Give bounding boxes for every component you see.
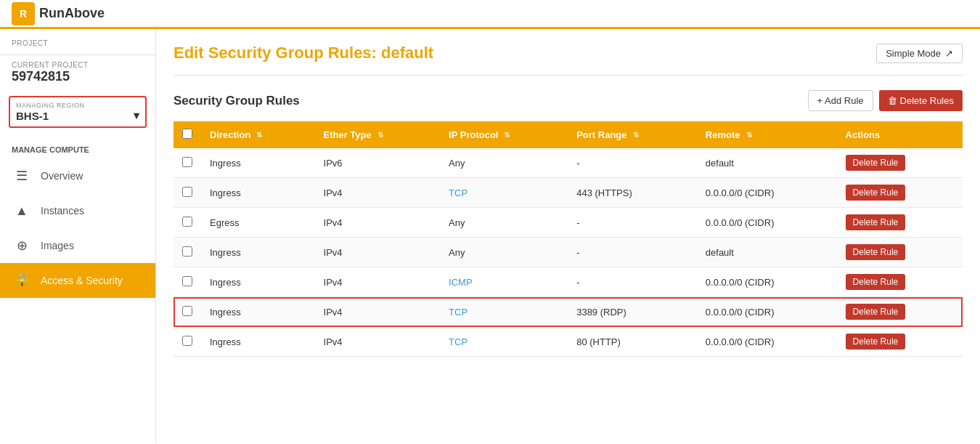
- delete-rule-button-2[interactable]: Delete Rule: [846, 214, 906, 230]
- cell-port-range: -: [568, 148, 697, 178]
- simple-mode-label: Simple Mode: [886, 48, 941, 59]
- trash-icon: 🗑: [888, 95, 897, 106]
- page-title: Edit Security Group Rules: default: [173, 44, 433, 62]
- table-row: IngressIPv6Any-defaultDelete Rule: [173, 148, 963, 178]
- cell-remote: 0.0.0.0/0 (CIDR): [697, 208, 837, 238]
- cell-ip-protocol[interactable]: ICMP: [440, 267, 568, 297]
- table-row: IngressIPv4TCP3389 (RDP)0.0.0.0/0 (CIDR)…: [173, 297, 963, 327]
- security-rules-table: Direction ⇅ Ether Type ⇅ IP Protocol: [173, 121, 963, 357]
- sidebar-item-access-security[interactable]: 🔒 Access & Security: [0, 263, 155, 298]
- region-select[interactable]: BHS-1 ▾: [16, 109, 139, 122]
- cell-direction: Egress: [201, 208, 315, 238]
- delete-rules-button[interactable]: 🗑 Delete Rules: [879, 90, 963, 111]
- cell-ip-protocol: Any: [440, 238, 568, 267]
- col-ip-protocol[interactable]: IP Protocol ⇅: [440, 121, 568, 148]
- protocol-link[interactable]: TCP: [449, 187, 467, 198]
- cell-direction: Ingress: [201, 178, 315, 208]
- select-all-header: [173, 121, 201, 148]
- cell-ip-protocol[interactable]: TCP: [440, 327, 568, 357]
- action-buttons: + Add Rule 🗑 Delete Rules: [808, 90, 963, 111]
- cell-ip-protocol[interactable]: TCP: [440, 297, 568, 327]
- protocol-link[interactable]: TCP: [449, 307, 467, 318]
- port-range-sort-icon: ⇅: [633, 131, 639, 139]
- add-rule-button[interactable]: + Add Rule: [808, 90, 873, 111]
- table-row: IngressIPv4TCP443 (HTTPS)0.0.0.0/0 (CIDR…: [173, 178, 963, 208]
- cell-remote: default: [697, 238, 837, 267]
- images-icon: ⊕: [12, 235, 32, 256]
- section-header: Security Group Rules + Add Rule 🗑 Delete…: [173, 90, 963, 111]
- delete-rule-button-0[interactable]: Delete Rule: [846, 155, 906, 171]
- cell-ether-type: IPv4: [315, 297, 441, 327]
- cell-ip-protocol[interactable]: TCP: [440, 178, 568, 208]
- col-port-range[interactable]: Port Range ⇅: [568, 121, 697, 148]
- table-row: EgressIPv4Any-0.0.0.0/0 (CIDR)Delete Rul…: [173, 208, 963, 238]
- delete-rule-button-1[interactable]: Delete Rule: [846, 185, 906, 201]
- row-checkbox-4[interactable]: [182, 276, 192, 286]
- simple-mode-button[interactable]: Simple Mode ↗: [876, 44, 963, 63]
- cell-port-range: -: [568, 238, 697, 267]
- row-checkbox-1[interactable]: [182, 187, 192, 197]
- table-header-row: Direction ⇅ Ether Type ⇅ IP Protocol: [173, 121, 963, 148]
- cell-actions: Delete Rule: [837, 297, 963, 327]
- logo: R RunAbove: [12, 2, 105, 25]
- row-checkbox-5[interactable]: [182, 306, 192, 316]
- cell-actions: Delete Rule: [837, 208, 963, 238]
- cell-actions: Delete Rule: [837, 267, 963, 297]
- ether-type-sort-icon: ⇅: [377, 131, 383, 139]
- overview-icon: ☰: [12, 166, 32, 186]
- col-actions: Actions: [837, 121, 963, 148]
- cell-ip-protocol: Any: [440, 208, 568, 238]
- current-project-label: CURRENT PROJECT: [12, 61, 144, 69]
- remote-sort-icon: ⇅: [746, 131, 752, 139]
- sidebar-region[interactable]: MANAGING REGION BHS-1 ▾: [9, 96, 147, 128]
- cell-actions: Delete Rule: [837, 327, 963, 357]
- cell-port-range: -: [568, 267, 697, 297]
- delete-rule-button-6[interactable]: Delete Rule: [846, 334, 906, 350]
- sidebar-item-images-label: Images: [41, 240, 74, 251]
- logo-icon: R: [12, 2, 35, 25]
- cell-ether-type: IPv4: [315, 208, 441, 238]
- protocol-link[interactable]: ICMP: [449, 277, 473, 288]
- cell-actions: Delete Rule: [837, 148, 963, 178]
- table-row: IngressIPv4ICMP-0.0.0.0/0 (CIDR)Delete R…: [173, 267, 963, 297]
- sidebar: Project CURRENT PROJECT 59742815 MANAGIN…: [0, 29, 156, 442]
- lock-icon: 🔒: [12, 270, 32, 291]
- col-remote[interactable]: Remote ⇅: [697, 121, 837, 148]
- protocol-link[interactable]: TCP: [449, 336, 467, 347]
- row-checkbox-2[interactable]: [182, 217, 192, 227]
- cell-port-range: 80 (HTTP): [568, 327, 697, 357]
- sidebar-project: Project: [0, 29, 155, 55]
- cell-direction: Ingress: [201, 267, 315, 297]
- region-value: BHS-1: [16, 110, 49, 122]
- col-direction[interactable]: Direction ⇅: [201, 121, 315, 148]
- select-all-checkbox[interactable]: [182, 129, 192, 139]
- top-header: R RunAbove: [0, 0, 980, 29]
- row-checkbox-6[interactable]: [182, 336, 192, 346]
- sidebar-item-access-security-label: Access & Security: [41, 275, 123, 286]
- table-row: IngressIPv4Any-defaultDelete Rule: [173, 238, 963, 267]
- sidebar-item-instances[interactable]: ▲ Instances: [0, 193, 155, 228]
- cell-remote: 0.0.0.0/0 (CIDR): [697, 267, 837, 297]
- delete-rules-label: Delete Rules: [900, 95, 954, 106]
- cell-port-range: 443 (HTTPS): [568, 178, 697, 208]
- sidebar-item-images[interactable]: ⊕ Images: [0, 228, 155, 263]
- delete-rule-button-4[interactable]: Delete Rule: [846, 274, 906, 290]
- col-ether-type[interactable]: Ether Type ⇅: [315, 121, 441, 148]
- chevron-down-icon: ▾: [134, 109, 139, 122]
- section-compute-title: Manage Compute: [0, 135, 155, 158]
- cell-ether-type: IPv4: [315, 238, 441, 267]
- current-project-name: 59742815: [12, 69, 144, 84]
- cell-ether-type: IPv4: [315, 327, 441, 357]
- section-title: Security Group Rules: [173, 94, 300, 108]
- row-checkbox-0[interactable]: [182, 157, 192, 167]
- ip-protocol-sort-icon: ⇅: [504, 131, 510, 139]
- delete-rule-button-3[interactable]: Delete Rule: [846, 244, 906, 260]
- sidebar-item-overview[interactable]: ☰ Overview: [0, 158, 155, 193]
- cell-port-range: 3389 (RDP): [568, 297, 697, 327]
- cell-direction: Ingress: [201, 297, 315, 327]
- cell-actions: Delete Rule: [837, 178, 963, 208]
- region-label: MANAGING REGION: [16, 102, 139, 109]
- external-link-icon: ↗: [945, 48, 953, 59]
- delete-rule-button-5[interactable]: Delete Rule: [846, 304, 906, 320]
- row-checkbox-3[interactable]: [182, 246, 192, 257]
